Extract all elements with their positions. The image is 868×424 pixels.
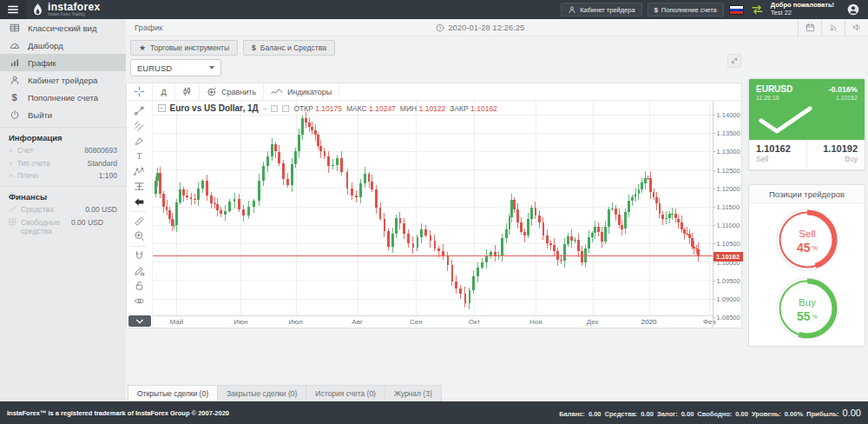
magnet-tool[interactable] xyxy=(129,248,148,263)
news-feed-button[interactable] xyxy=(821,19,845,36)
chart-style-button[interactable] xyxy=(175,83,200,100)
legend-settings-icon[interactable] xyxy=(282,105,289,112)
drawing-mode-lock-tool[interactable] xyxy=(129,263,148,278)
trader-cabinet-button[interactable]: Кабинет трейдера xyxy=(561,3,641,17)
clock-icon xyxy=(436,23,444,32)
user-avatar[interactable] xyxy=(846,3,859,17)
zoom-in-tool[interactable] xyxy=(129,229,148,243)
tab-closed-trades[interactable]: Закрытые сделки (0) xyxy=(218,385,306,401)
calendar-button[interactable] xyxy=(798,19,821,36)
trend-line-tool[interactable] xyxy=(129,103,148,118)
language-flag-ru[interactable] xyxy=(729,5,744,15)
compare-icon xyxy=(207,87,217,97)
deposit-button[interactable]: $ Пополнение счета xyxy=(648,3,724,17)
brush-tool[interactable] xyxy=(129,134,148,149)
announcements-button[interactable] xyxy=(845,19,868,36)
chevron-down-icon xyxy=(209,66,214,70)
sell-gauge-value: 45% xyxy=(797,241,818,255)
chevron-down-icon xyxy=(135,318,144,325)
sidebar-item-cabinet[interactable]: Кабинет трейдера xyxy=(0,71,126,89)
legend-collapse-icon[interactable]: − xyxy=(158,104,166,112)
price-axis[interactable]: 1.140001.135001.130001.125001.120001.115… xyxy=(713,101,741,328)
crosshair-tool-button[interactable] xyxy=(127,83,153,100)
quote-card[interactable]: EURUSD -0.016% 11:26:16 1.10162 1.10162 … xyxy=(748,78,865,170)
person-icon xyxy=(568,5,576,14)
measure-tool[interactable] xyxy=(129,214,148,229)
buy-price: 1.10192 xyxy=(814,143,858,154)
menu-toggle-button[interactable] xyxy=(0,0,26,19)
finance-row-equity: Средства 0.00 USD xyxy=(0,203,126,216)
buy-quote-button[interactable]: 1.10192 Buy xyxy=(806,140,865,169)
ohlc-low: МИН 1.10122 xyxy=(400,104,445,113)
bottom-tabs: Открытые сделки (0) Закрытые сделки (0) … xyxy=(128,385,442,401)
compare-button[interactable]: Сравнить xyxy=(200,83,264,100)
symbol-select-value: EURUSD xyxy=(137,63,172,73)
sell-quote-button[interactable]: 1.10162 Sell xyxy=(749,140,806,169)
sidebar-item-label: Выйти xyxy=(28,110,52,120)
chart-toolbar: Д Сравнить Индикаторы xyxy=(127,83,741,101)
sell-gauge: Sell 45% xyxy=(775,208,839,272)
tab-journal[interactable]: Журнал (3) xyxy=(385,385,442,401)
arrow-tool[interactable] xyxy=(129,194,148,209)
dollar-icon: $ xyxy=(9,92,20,103)
pattern-tool[interactable] xyxy=(129,164,148,179)
price-axis-label: 1.13000 xyxy=(717,148,740,156)
sidebar-item-chart[interactable]: График xyxy=(0,54,126,71)
tab-open-trades[interactable]: Открытые сделки (0) xyxy=(128,385,218,401)
ohlc-close: ЗАКР 1.10162 xyxy=(450,104,497,113)
sidebar-item-dashboard[interactable]: Дашборд xyxy=(0,36,126,54)
avatar-person-icon xyxy=(847,3,859,16)
balance-funds-button[interactable]: $ Баланс и Средства xyxy=(243,40,335,56)
quote-time: 11:26:16 xyxy=(756,95,779,101)
symbol-row: EURUSD xyxy=(130,59,221,76)
mini-chart-icon xyxy=(9,205,16,215)
wave-icon xyxy=(271,87,283,96)
username: Test 22 xyxy=(771,10,834,17)
price-axis-label: 1.08500 xyxy=(717,314,740,321)
dollar-icon: $ xyxy=(654,6,658,14)
free-margin-value: 0.00 USD xyxy=(71,218,103,228)
text-tool[interactable]: T xyxy=(129,149,148,163)
position-tool[interactable] xyxy=(129,179,148,194)
price-axis-label: 1.11000 xyxy=(717,222,740,229)
fullscreen-toggle-button[interactable] xyxy=(727,54,741,68)
price-axis-label: 1.13500 xyxy=(717,129,740,137)
sidebar-item-logout[interactable]: Выйти xyxy=(0,106,126,123)
compare-label: Сравнить xyxy=(221,88,256,96)
chart-plot-area[interactable]: − Euro vs US Dollar, 1Д – ОТКР 1.10175 М… xyxy=(153,101,713,315)
symbol-select[interactable]: EURUSD xyxy=(130,59,221,76)
sidebar: Классический вид Дашборд График Кабинет … xyxy=(0,19,126,403)
collapse-toolbar-button[interactable] xyxy=(128,315,151,327)
time-axis-label: Май xyxy=(169,318,183,326)
time-axis[interactable]: МайИюнИюлАвгСенОктНояДек2020Фев xyxy=(153,315,713,328)
sidebar-item-label: Кабинет трейдера xyxy=(28,76,97,85)
tab-account-history[interactable]: История счета (0) xyxy=(306,385,385,401)
trademark-text: InstaForex™ is a registered trademark of… xyxy=(0,409,559,417)
right-panel: EURUSD -0.016% 11:26:16 1.10162 1.10162 … xyxy=(748,78,865,347)
pitchfork-tool[interactable] xyxy=(129,118,148,133)
lock-all-tool[interactable] xyxy=(129,278,148,293)
grid-icon xyxy=(9,23,20,33)
account-stats: Баланс:0.00 Средства:0.00 Залог:0.00 Сво… xyxy=(559,407,868,418)
timeframe-label: Д xyxy=(161,88,166,96)
sidebar-item-classic-view[interactable]: Классический вид xyxy=(0,19,126,36)
hide-drawings-tool[interactable] xyxy=(129,294,148,308)
trader-cabinet-label: Кабинет трейдера xyxy=(580,6,635,14)
legend-visibility-icon[interactable] xyxy=(271,105,278,112)
candlestick-chart xyxy=(153,101,713,315)
svg-text:T: T xyxy=(136,151,141,161)
trader-positions-panel: Позиции трейдеров Sell 45% Buy 55% xyxy=(748,184,865,347)
exchange-arrows-icon[interactable] xyxy=(751,4,764,15)
drawing-toolbar: T xyxy=(127,101,153,328)
quote-prices: 1.10162 Sell 1.10192 Buy xyxy=(749,140,865,169)
buy-gauge-value: 55% xyxy=(797,309,818,323)
trading-instruments-button[interactable]: ★ Торговые инструменты xyxy=(130,40,238,56)
timeframe-button[interactable]: Д xyxy=(153,83,175,100)
profit-value: 0.00 xyxy=(843,407,861,418)
time-axis-label: Июн xyxy=(233,318,247,326)
brand-logo[interactable]: instaforex Instant Forex Trading xyxy=(26,0,108,19)
sidebar-item-deposit[interactable]: $ Пополнение счета xyxy=(0,89,126,106)
indicators-button[interactable]: Индикаторы xyxy=(264,83,339,100)
app-window: instaforex Instant Forex Trading Кабинет… xyxy=(0,0,868,424)
legend-dash: – xyxy=(263,104,267,113)
